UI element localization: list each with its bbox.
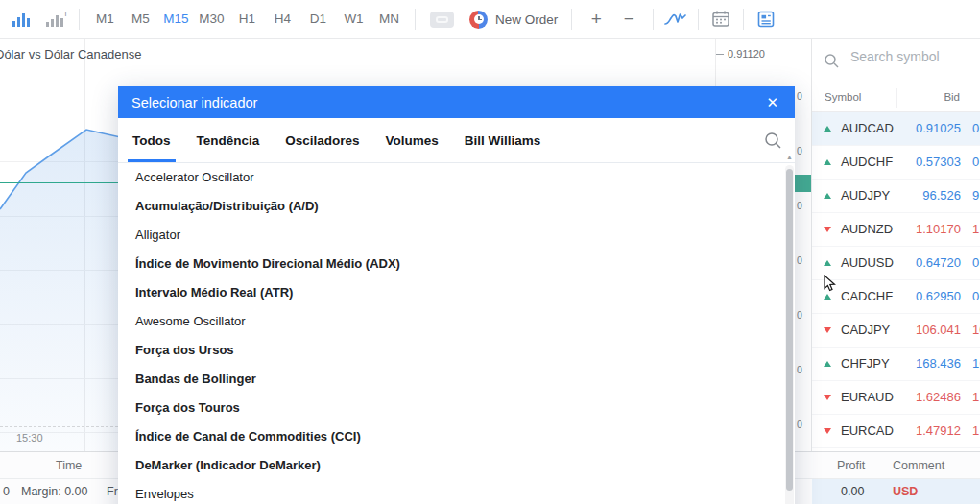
column-header-comment: Comment: [893, 459, 944, 472]
ask-value-cut: 9: [972, 188, 980, 203]
symbol-search: [812, 38, 980, 84]
toolbar-separator: [415, 9, 416, 30]
symbol-label: AUDCHF: [841, 155, 893, 169]
timeframe-button-m1[interactable]: M1: [87, 0, 123, 38]
bar-chart-type-icon[interactable]: [8, 5, 36, 34]
ask-value-cut: 0: [972, 155, 980, 169]
indicator-list-item[interactable]: Envelopes: [118, 480, 783, 504]
ask-value-cut: 0: [972, 289, 980, 303]
indicator-list-item[interactable]: DeMarker (Indicador DeMarker): [118, 451, 783, 480]
symbol-row[interactable]: CHFJPY 168.436 16: [812, 348, 980, 381]
trend-icon: [824, 395, 831, 400]
bid-value: 0.62950: [916, 289, 961, 303]
dialog-search-icon[interactable]: [764, 132, 781, 153]
timeframe-button-h4[interactable]: H4: [265, 0, 300, 38]
indicator-list-item[interactable]: Awesome Oscillator: [118, 307, 783, 336]
price-axis-cut-digit: 0: [797, 145, 802, 156]
trend-icon: [824, 227, 831, 232]
timeframe-button-m15[interactable]: M15: [158, 0, 194, 38]
tab-bill-williams[interactable]: Bill Williams: [465, 118, 540, 162]
tab-osciladores[interactable]: Osciladores: [285, 118, 359, 162]
symbol-row[interactable]: AUDCHF 0.57303 0: [812, 146, 980, 180]
tab-tendencia[interactable]: Tendência: [197, 118, 260, 162]
column-header-time: Time: [56, 459, 82, 472]
toolbar-separator: [571, 9, 572, 30]
trend-icon: [824, 260, 831, 266]
indicator-list-item[interactable]: Bandas de Bollinger: [118, 365, 783, 394]
toolbar-separator: [79, 9, 80, 30]
toolbar-separator: [698, 9, 699, 30]
market-watch-panel: Symbol Bid AUDCAD 0.91025 0 AUDCHF 0.573…: [811, 38, 980, 451]
indicator-list-item[interactable]: Índice de Movimento Direcional Médio (AD…: [118, 250, 783, 278]
trend-icon: [824, 126, 831, 132]
ask-value-cut: 0: [972, 255, 980, 270]
ask-value-cut: 10: [972, 323, 980, 337]
symbol-label: CADJPY: [841, 323, 890, 337]
scrollbar-up-arrow[interactable]: ▲: [786, 154, 793, 160]
column-divider: [896, 88, 897, 108]
timeframe-button-mn[interactable]: MN: [371, 0, 407, 38]
dialog-tabs: Todos Tendência Osciladores Volumes Bill…: [118, 118, 795, 163]
symbol-row[interactable]: EURAUD 1.62486 1: [812, 381, 980, 415]
symbol-row[interactable]: CADCHF 0.62950 0: [812, 280, 980, 314]
time-axis-label: 15:30: [16, 432, 43, 444]
timeframe-button-m30[interactable]: M30: [194, 0, 229, 38]
news-icon[interactable]: [752, 5, 780, 34]
indicator-list-item[interactable]: Accelerator Oscillator: [118, 163, 783, 192]
indicator-list-item[interactable]: Intervalo Médio Real (ATR): [118, 278, 783, 307]
symbol-row[interactable]: EURCAD 1.47912 1: [812, 415, 980, 448]
new-order-label: New Order: [495, 12, 558, 27]
indicator-dialog: Selecionar indicador ✕ Todos Tendência O…: [118, 86, 795, 504]
symbol-row[interactable]: AUDCAD 0.91025 0: [812, 112, 980, 146]
ask-value-cut: 0: [972, 121, 980, 135]
indicator-list-item[interactable]: Acumulação/Distribuição (A/D): [118, 192, 783, 221]
dialog-header: Selecionar indicador ✕: [118, 86, 795, 118]
symbol-row[interactable]: AUDNZD 1.10170 1: [812, 213, 980, 247]
price-axis-label: 0.91120: [728, 48, 765, 60]
new-order-icon: [469, 11, 488, 29]
symbol-row[interactable]: AUDJPY 96.526 9: [812, 180, 980, 213]
dialog-scrollbar[interactable]: ▲: [785, 165, 794, 504]
symbol-search-input[interactable]: [849, 48, 968, 65]
symbol-row[interactable]: CADJPY 106.041 10: [812, 314, 980, 348]
symbol-label: CHFJPY: [841, 356, 890, 371]
zoom-out-button[interactable]: −: [612, 1, 645, 37]
zoom-in-button[interactable]: +: [580, 1, 612, 37]
indicator-list-item[interactable]: Alligator: [118, 221, 783, 250]
link-charts-icon[interactable]: [427, 5, 456, 34]
profit-value: 0.00: [841, 485, 864, 498]
symbol-label: EURCAD: [841, 423, 894, 438]
search-icon: [824, 53, 839, 68]
bid-value: 0.91025: [916, 121, 961, 135]
bid-value: 1.10170: [916, 222, 961, 236]
trend-icon: [824, 294, 831, 300]
indicator-list-item[interactable]: Força dos Ursos: [118, 336, 783, 365]
indicator-list-item[interactable]: Índice de Canal de Commodities (CCI): [118, 422, 783, 451]
currency-label: USD: [893, 485, 918, 498]
time-axis-ticks: [0, 426, 123, 427]
trend-icon: [824, 193, 831, 199]
calendar-icon[interactable]: [706, 5, 735, 34]
trend-icon: [824, 428, 831, 434]
timeframe-button-h1[interactable]: H1: [229, 0, 265, 38]
tab-volumes[interactable]: Volumes: [386, 118, 439, 162]
price-axis-cut-digit: 0: [797, 200, 802, 211]
scrollbar-thumb[interactable]: [786, 169, 793, 491]
symbol-row[interactable]: AUDUSD 0.64720 0: [812, 247, 980, 280]
chart-title: Dólar vs Dólar Canadense: [0, 47, 141, 61]
ask-value-cut: 16: [972, 356, 980, 371]
timeframe-button-w1[interactable]: W1: [336, 0, 371, 38]
ask-value-cut: 1: [972, 222, 980, 236]
tick-chart-icon[interactable]: T: [42, 5, 71, 34]
symbol-label: AUDJPY: [841, 188, 890, 203]
top-toolbar: T M1 M5 M15 M30 H1 H4 D1 W1 MN New Order…: [0, 0, 980, 39]
tab-todos[interactable]: Todos: [132, 118, 171, 162]
price-axis-cut-digit: 0: [797, 254, 802, 266]
indicators-icon[interactable]: [661, 5, 690, 34]
bid-value: 96.526: [922, 188, 961, 203]
timeframe-button-m5[interactable]: M5: [123, 0, 158, 38]
indicator-list-item[interactable]: Força dos Touros: [118, 394, 783, 422]
new-order-button[interactable]: New Order: [469, 11, 558, 29]
timeframe-button-d1[interactable]: D1: [300, 0, 336, 38]
close-icon[interactable]: ✕: [763, 86, 781, 118]
